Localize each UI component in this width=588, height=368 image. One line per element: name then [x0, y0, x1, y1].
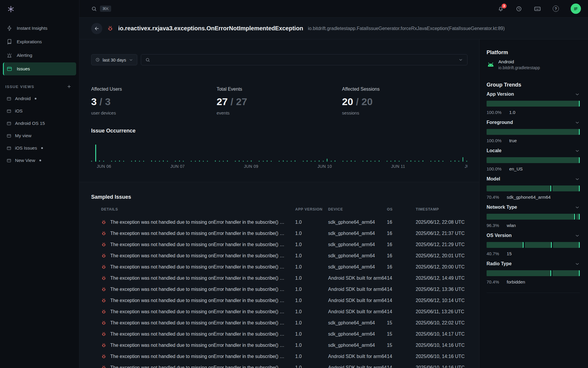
- date-range-select[interactable]: last 30 days: [91, 54, 137, 65]
- row-device: Android SDK built for arm64: [328, 354, 387, 359]
- trend-group-header[interactable]: Radio Type: [487, 261, 580, 266]
- global-search[interactable]: ⌘K: [91, 6, 111, 12]
- issues-icon: [6, 66, 12, 72]
- search-icon: [91, 6, 97, 12]
- keyboard-shortcuts-button[interactable]: [534, 5, 541, 12]
- issue-view-item[interactable]: iOS: [3, 105, 76, 117]
- row-details: The exception was not handled due to mis…: [110, 309, 287, 314]
- row-os: 14: [387, 298, 416, 303]
- sidebar-item-issues[interactable]: Issues: [3, 62, 76, 75]
- issue-view-item[interactable]: New View: [3, 154, 76, 167]
- history-button[interactable]: [516, 6, 522, 12]
- spark-bar: [458, 161, 459, 162]
- row-device: sdk_gphone64_arm64: [328, 220, 387, 225]
- spark-bar: [435, 161, 435, 162]
- issue-view-item[interactable]: Android: [3, 92, 76, 105]
- sidebar-item-explorations[interactable]: Explorations: [3, 35, 76, 48]
- chevron-down-icon: [575, 233, 580, 238]
- occurrence-chart-bars: [91, 144, 467, 162]
- col-details: DETAILS: [101, 207, 295, 211]
- spark-bar: [319, 160, 320, 162]
- spark-bar: [327, 159, 328, 162]
- stat-unit: events: [217, 110, 342, 115]
- spark-bar: [119, 160, 120, 162]
- spark-bar: [455, 160, 455, 162]
- view-icon: [6, 96, 11, 101]
- issue-view-item[interactable]: Android OS 15: [3, 117, 76, 130]
- row-timestamp: 2025/06/12, 21:29 UTC: [416, 242, 467, 247]
- table-row[interactable]: The exception was not handled due to mis…: [101, 317, 467, 329]
- help-button[interactable]: ?: [553, 6, 559, 12]
- trend-group-header[interactable]: OS Version: [487, 233, 580, 238]
- chevron-down-icon[interactable]: [458, 57, 463, 62]
- table-row[interactable]: The exception was not handled due to mis…: [101, 273, 467, 284]
- trend-bar: [487, 129, 580, 135]
- nav-label: Alerting: [17, 53, 32, 58]
- trend-group-header[interactable]: Locale: [487, 148, 580, 153]
- row-details: The exception was not handled due to mis…: [110, 343, 287, 348]
- row-device: sdk_gphone64_arm64: [328, 231, 387, 236]
- row-details: The exception was not handled due to mis…: [110, 298, 287, 303]
- table-row[interactable]: The exception was not handled due to mis…: [101, 217, 467, 228]
- table-row[interactable]: The exception was not handled due to mis…: [101, 306, 467, 317]
- row-app-version: 1.0: [295, 287, 328, 292]
- issue-view-item[interactable]: iOS Issues: [3, 142, 76, 154]
- back-button[interactable]: [91, 23, 102, 34]
- sidebar-item-instant-insights[interactable]: Instant Insights: [3, 22, 76, 35]
- add-view-button[interactable]: [67, 84, 71, 89]
- nav-label: Issues: [17, 66, 30, 72]
- trend-bar-segment: [553, 242, 580, 248]
- table-row[interactable]: The exception was not handled due to mis…: [101, 329, 467, 340]
- trend-percent: 40.7%: [487, 251, 499, 256]
- sidebar-item-alerting[interactable]: Alerting: [3, 49, 76, 62]
- avatar[interactable]: IF: [571, 4, 581, 14]
- bug-icon: [101, 354, 106, 359]
- trend-bar: [487, 214, 580, 220]
- table-row[interactable]: The exception was not handled due to mis…: [101, 261, 467, 273]
- trend-bar: [487, 270, 580, 276]
- filter-search-input[interactable]: [153, 57, 455, 62]
- spark-bar: [422, 160, 423, 162]
- table-row[interactable]: The exception was not handled due to mis…: [101, 295, 467, 306]
- row-timestamp: 2025/06/12, 13:36 UTC: [416, 287, 467, 292]
- spark-bar: [263, 161, 264, 162]
- spark-bar: [159, 161, 160, 162]
- bug-icon: [101, 298, 106, 303]
- trend-group-header[interactable]: Model: [487, 176, 580, 182]
- notifications-button[interactable]: 3: [497, 6, 504, 12]
- issue-views-title: ISSUE VIEWS: [5, 84, 34, 89]
- trend-group: Foreground 100.0% true: [487, 120, 580, 143]
- table-row[interactable]: The exception was not handled due to mis…: [101, 239, 467, 250]
- trend-bar: [487, 157, 580, 163]
- chevron-down-icon: [575, 205, 580, 210]
- sampled-issues-title: Sampled Issues: [91, 194, 467, 200]
- table-row[interactable]: The exception was not handled due to mis…: [101, 340, 467, 351]
- spark-bar: [291, 161, 292, 162]
- view-label: iOS: [15, 108, 23, 114]
- group-trends-title: Group Trends: [487, 82, 580, 88]
- row-timestamp: 2025/06/12, 21:37 UTC: [416, 231, 467, 236]
- spark-bar: [195, 161, 196, 162]
- trend-group-header[interactable]: Foreground: [487, 120, 580, 125]
- table-row[interactable]: The exception was not handled due to mis…: [101, 351, 467, 362]
- trend-group-header[interactable]: Network Type: [487, 205, 580, 210]
- table-row[interactable]: The exception was not handled due to mis…: [101, 250, 467, 261]
- spark-bar: [390, 161, 391, 162]
- spark-bar: [215, 160, 216, 162]
- spark-bar: [115, 161, 116, 162]
- trend-meta: 96.3% wlan: [487, 223, 580, 228]
- row-device: Android SDK built for arm64: [328, 287, 387, 292]
- shortcut-hint: ⌘K: [100, 6, 111, 12]
- table-header: DETAILS APP VERSION DEVICE OS TIMESTAMP: [101, 207, 467, 217]
- row-device: Android SDK built for arm64: [328, 298, 387, 303]
- row-os: 14: [387, 276, 416, 281]
- trend-value: en_US: [509, 166, 523, 171]
- stat-value: 20 / 20: [342, 96, 467, 107]
- issue-view-item[interactable]: My view: [3, 130, 76, 142]
- logo[interactable]: [0, 0, 79, 18]
- table-row[interactable]: The exception was not handled due to mis…: [101, 284, 467, 295]
- trend-group-header[interactable]: App Version: [487, 92, 580, 97]
- table-row[interactable]: The exception was not handled due to mis…: [101, 228, 467, 239]
- table-row[interactable]: The exception was not handled due to mis…: [101, 362, 467, 368]
- row-device: sdk_gphone64_arm64: [328, 242, 387, 247]
